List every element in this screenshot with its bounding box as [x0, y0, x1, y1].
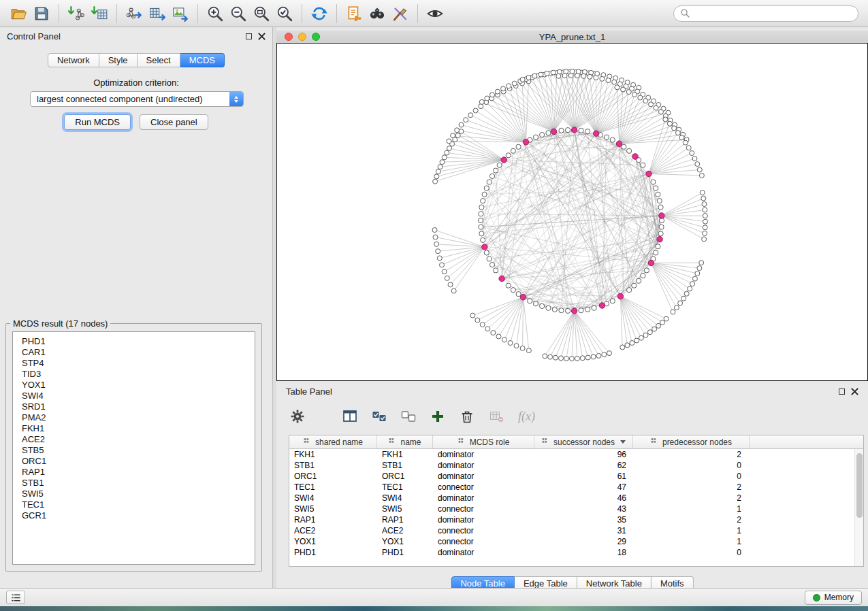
- control-panel: Control Panel NetworkStyleSelectMCDS Opt…: [0, 27, 273, 588]
- table-body: FKH1FKH1dominator962STB1STB1dominator620…: [289, 449, 863, 558]
- column-header-shared-name[interactable]: shared name: [289, 435, 377, 448]
- result-node[interactable]: CAR1: [22, 347, 255, 358]
- table-panel: Table Panel f(x) shared namenameMCDS rol…: [276, 383, 868, 588]
- export-network-icon[interactable]: [123, 3, 146, 24]
- cell-shared-name: YOX1: [289, 537, 377, 546]
- search-box[interactable]: [673, 5, 858, 22]
- apply-layout-icon[interactable]: [308, 3, 331, 24]
- criterion-dropdown[interactable]: largest connected component (undirected): [30, 91, 244, 107]
- header-filler: [750, 435, 863, 448]
- column-header-name[interactable]: name: [377, 435, 433, 448]
- fx-function-icon: f(x): [515, 410, 535, 424]
- result-node[interactable]: GCR1: [22, 510, 255, 521]
- tab-select[interactable]: Select: [138, 53, 180, 67]
- result-node[interactable]: STB1: [22, 478, 255, 489]
- result-node[interactable]: ORC1: [22, 456, 255, 467]
- table-row[interactable]: ORC1ORC1dominator610: [289, 471, 863, 482]
- show-hide-icon[interactable]: [423, 3, 447, 24]
- result-node[interactable]: SRD1: [22, 401, 255, 412]
- import-table-icon[interactable]: [88, 3, 111, 24]
- result-node[interactable]: FKH1: [22, 423, 255, 434]
- result-node[interactable]: TEC1: [22, 499, 255, 510]
- tab-style[interactable]: Style: [99, 53, 138, 67]
- optimization-criterion-label: Optimization criterion:: [0, 78, 272, 88]
- network-canvas[interactable]: [276, 43, 868, 381]
- close-table-panel-icon[interactable]: [851, 388, 858, 395]
- add-row-plus-icon[interactable]: [428, 406, 448, 427]
- result-node[interactable]: RAP1: [22, 467, 255, 478]
- close-panel-button[interactable]: Close panel: [140, 114, 208, 130]
- result-node[interactable]: SWI4: [22, 391, 255, 401]
- deselect-all-checks-icon[interactable]: [398, 406, 419, 427]
- result-node[interactable]: PHD1: [22, 336, 255, 347]
- table-grid-icon: [650, 437, 659, 448]
- tab-network[interactable]: Network: [48, 53, 99, 67]
- delete-row-trash-icon[interactable]: [457, 406, 477, 427]
- tab-mcds[interactable]: MCDS: [180, 53, 225, 67]
- network-window: YPA_prune.txt_1: [276, 31, 868, 381]
- table-row[interactable]: PHD1PHD1dominator180: [289, 547, 863, 558]
- memory-button[interactable]: Memory: [805, 591, 862, 605]
- zoom-in-icon[interactable]: [204, 3, 227, 24]
- table-row[interactable]: TEC1TEC1connector472: [289, 482, 863, 493]
- result-node[interactable]: STB5: [22, 445, 255, 456]
- close-panel-icon[interactable]: [258, 33, 266, 40]
- show-columns-icon[interactable]: [340, 406, 360, 427]
- float-table-panel-icon[interactable]: [839, 389, 845, 395]
- zoom-selection-icon[interactable]: [273, 3, 296, 24]
- node-table: shared namenameMCDS rolesuccessor nodesp…: [289, 435, 864, 567]
- cell-shared-name: RAP1: [289, 515, 377, 525]
- search-input[interactable]: [692, 7, 858, 20]
- cell-name: STB1: [377, 461, 433, 470]
- result-node[interactable]: YOX1: [22, 380, 255, 391]
- control-panel-title: Control Panel: [7, 31, 61, 42]
- cell-name: PHD1: [377, 548, 433, 557]
- table-panel-title: Table Panel: [286, 386, 332, 397]
- table-settings-gear-icon[interactable]: [287, 406, 308, 427]
- cell-shared-name: STB1: [289, 461, 377, 470]
- cell-successor-nodes: 31: [534, 526, 633, 535]
- close-window-icon[interactable]: [285, 33, 293, 41]
- column-header-MCDS-role[interactable]: MCDS role: [433, 435, 534, 448]
- mcds-result-group: MCDS result (17 nodes) PHD1CAR1STP4TID3Y…: [5, 318, 262, 572]
- table-row[interactable]: RAP1RAP1dominator352: [289, 514, 863, 525]
- export-table-icon[interactable]: [146, 3, 169, 24]
- task-history-button[interactable]: [6, 591, 25, 604]
- scrollbar-thumb[interactable]: [856, 453, 863, 518]
- select-all-checks-icon[interactable]: [369, 406, 389, 427]
- result-node[interactable]: SWI5: [22, 489, 255, 499]
- result-node[interactable]: ACE2: [22, 434, 255, 445]
- table-scrollbar[interactable]: [854, 449, 863, 566]
- table-row[interactable]: STB1STB1dominator620: [289, 460, 863, 471]
- result-node[interactable]: STP4: [22, 358, 255, 369]
- mcds-result-list[interactable]: PHD1CAR1STP4TID3YOX1SWI4SRD1PMA2FKH1ACE2…: [12, 331, 255, 565]
- zoom-out-icon[interactable]: [227, 3, 250, 24]
- minimize-window-icon[interactable]: [298, 33, 306, 41]
- open-session-icon[interactable]: [7, 3, 30, 24]
- network-titlebar[interactable]: YPA_prune.txt_1: [276, 31, 868, 43]
- style-brush-icon[interactable]: [389, 3, 412, 24]
- network-graph[interactable]: [277, 44, 867, 380]
- table-row[interactable]: SWI5SWI5connector431: [289, 503, 863, 514]
- column-header-successor-nodes[interactable]: successor nodes: [534, 435, 633, 448]
- column-header-predecessor-nodes[interactable]: predecessor nodes: [633, 435, 750, 448]
- table-grid-icon: [541, 437, 550, 448]
- run-mcds-button[interactable]: Run MCDS: [64, 114, 131, 130]
- table-header: shared namenameMCDS rolesuccessor nodesp…: [289, 435, 863, 449]
- import-network-icon[interactable]: [65, 3, 88, 24]
- result-node[interactable]: PMA2: [22, 412, 255, 423]
- cell-predecessor-nodes: 2: [633, 493, 750, 503]
- zoom-fit-icon[interactable]: [250, 3, 273, 24]
- table-row[interactable]: SWI4SWI4dominator462: [289, 493, 863, 503]
- table-row[interactable]: FKH1FKH1dominator962: [289, 449, 863, 460]
- result-node[interactable]: TID3: [22, 369, 255, 380]
- maximize-window-icon[interactable]: [312, 33, 320, 41]
- find-icon[interactable]: [366, 3, 389, 24]
- float-panel-icon[interactable]: [246, 33, 252, 39]
- table-row[interactable]: YOX1YOX1connector291: [289, 536, 863, 547]
- clone-network-icon[interactable]: [342, 3, 366, 24]
- export-image-icon[interactable]: [169, 3, 192, 24]
- save-session-icon[interactable]: [30, 3, 53, 24]
- cell-successor-nodes: 46: [534, 493, 633, 503]
- table-row[interactable]: ACE2ACE2connector311: [289, 525, 863, 536]
